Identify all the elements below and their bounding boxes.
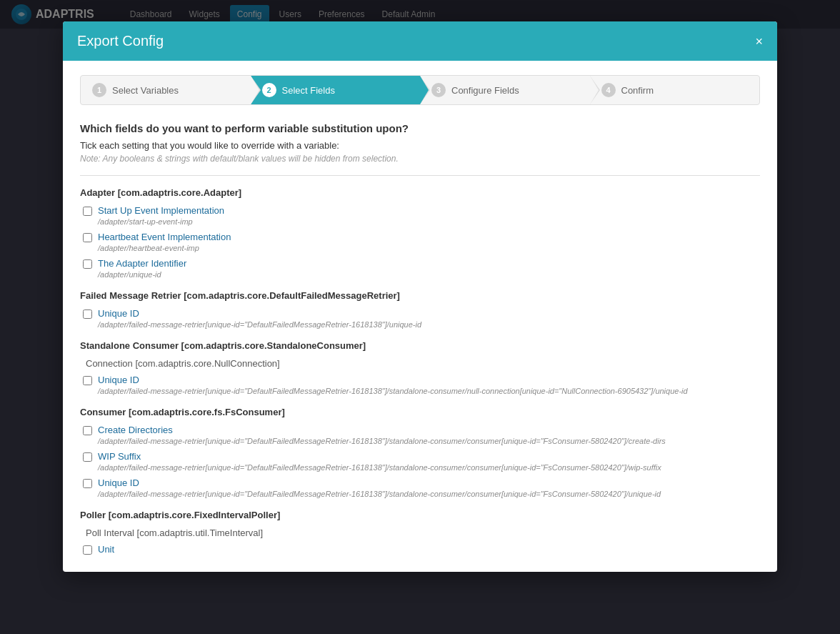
field-label-startup: Start Up Event Implementation bbox=[98, 205, 224, 216]
step-label-4: Confirm bbox=[621, 85, 654, 96]
step-num-1: 1 bbox=[92, 83, 106, 97]
step-num-3: 3 bbox=[431, 83, 446, 97]
field-path-create-dirs: /adapter/failed-message-retrier[unique-i… bbox=[98, 437, 760, 445]
field-item-startup: Start Up Event Implementation /adapter/s… bbox=[80, 205, 760, 226]
divider-1 bbox=[80, 175, 760, 176]
field-row-startup: Start Up Event Implementation bbox=[83, 205, 760, 216]
main-note: Note: Any booleans & strings with defaul… bbox=[80, 154, 760, 164]
field-path-wip-suffix: /adapter/failed-message-retrier[unique-i… bbox=[98, 463, 760, 472]
checkbox-fs-uid[interactable] bbox=[83, 479, 92, 488]
section-subheading-poll-interval: Poll Interval [com.adaptris.util.TimeInt… bbox=[86, 527, 760, 538]
field-row-null-uid: Unique ID bbox=[83, 375, 760, 385]
field-label-fs-uid: Unique ID bbox=[98, 477, 139, 488]
section-heading-fmr: Failed Message Retrier [com.adaptris.cor… bbox=[80, 290, 760, 301]
checkbox-create-dirs[interactable] bbox=[83, 426, 92, 435]
field-label-null-uid: Unique ID bbox=[98, 375, 139, 385]
field-row-wip-suffix: WIP Suffix bbox=[83, 451, 760, 462]
wizard-step-3[interactable]: 3 Configure Fields bbox=[420, 76, 590, 104]
checkbox-null-uid[interactable] bbox=[83, 376, 92, 385]
field-path-heartbeat: /adapter/heartbeat-event-imp bbox=[98, 244, 760, 252]
field-path-startup: /adapter/start-up-event-imp bbox=[98, 217, 760, 226]
field-row-adapter-id: The Adapter Identifier bbox=[83, 258, 760, 269]
export-config-modal: Export Config × 1 Select Variables 2 Sel… bbox=[63, 21, 777, 572]
field-label-wip-suffix: WIP Suffix bbox=[98, 451, 141, 462]
checkbox-unit[interactable] bbox=[83, 545, 92, 555]
section-heading-standalone: Standalone Consumer [com.adaptris.core.S… bbox=[80, 340, 760, 351]
field-path-adapter-id: /adapter/unique-id bbox=[98, 270, 760, 279]
field-item-wip-suffix: WIP Suffix /adapter/failed-message-retri… bbox=[80, 451, 760, 472]
checkbox-wip-suffix[interactable] bbox=[83, 452, 92, 462]
wizard-step-2[interactable]: 2 Select Fields bbox=[251, 76, 421, 104]
field-row-fs-uid: Unique ID bbox=[83, 477, 760, 488]
step-label-1: Select Variables bbox=[112, 85, 179, 96]
modal-body: 1 Select Variables 2 Select Fields 3 Con… bbox=[63, 61, 777, 572]
field-path-null-uid: /adapter/failed-message-retrier[unique-i… bbox=[98, 387, 760, 395]
section-heading-adapter: Adapter [com.adaptris.core.Adapter] bbox=[80, 187, 760, 198]
modal-header: Export Config × bbox=[63, 21, 777, 61]
modal-close-button[interactable]: × bbox=[755, 35, 763, 48]
field-row-heartbeat: Heartbeat Event Implementation bbox=[83, 232, 760, 242]
main-question: Which fields do you want to perform vari… bbox=[80, 122, 760, 134]
step-num-2: 2 bbox=[262, 83, 276, 97]
field-item-null-uid: Unique ID /adapter/failed-message-retrie… bbox=[80, 375, 760, 395]
checkbox-startup[interactable] bbox=[83, 207, 92, 216]
modal-title: Export Config bbox=[77, 33, 164, 49]
main-subtitle: Tick each setting that you would like to… bbox=[80, 140, 760, 151]
field-item-fs-uid: Unique ID /adapter/failed-message-retrie… bbox=[80, 477, 760, 498]
field-row-unit: Unit bbox=[83, 544, 760, 555]
checkbox-heartbeat[interactable] bbox=[83, 233, 92, 242]
step-num-4: 4 bbox=[601, 83, 616, 97]
field-item-create-dirs: Create Directories /adapter/failed-messa… bbox=[80, 425, 760, 445]
field-row-fmr-uid: Unique ID bbox=[83, 308, 760, 319]
section-subheading-connection: Connection [com.adaptris.core.NullConnec… bbox=[86, 358, 760, 369]
field-label-heartbeat: Heartbeat Event Implementation bbox=[98, 232, 231, 242]
section-heading-consumer: Consumer [com.adaptris.core.fs.FsConsume… bbox=[80, 407, 760, 417]
field-item-heartbeat: Heartbeat Event Implementation /adapter/… bbox=[80, 232, 760, 252]
checkbox-adapter-id[interactable] bbox=[83, 259, 92, 269]
section-heading-poller: Poller [com.adaptris.core.FixedIntervalP… bbox=[80, 510, 760, 520]
wizard-step-4[interactable]: 4 Confirm bbox=[590, 76, 760, 104]
field-label-create-dirs: Create Directories bbox=[98, 425, 173, 435]
step-label-3: Configure Fields bbox=[451, 85, 519, 96]
field-item-adapter-id: The Adapter Identifier /adapter/unique-i… bbox=[80, 258, 760, 279]
field-path-fs-uid: /adapter/failed-message-retrier[unique-i… bbox=[98, 490, 760, 498]
field-row-create-dirs: Create Directories bbox=[83, 425, 760, 435]
step-label-2: Select Fields bbox=[282, 85, 335, 96]
field-path-fmr-uid: /adapter/failed-message-retrier[unique-i… bbox=[98, 320, 760, 329]
field-label-fmr-uid: Unique ID bbox=[98, 308, 139, 319]
field-label-unit: Unit bbox=[98, 544, 114, 555]
checkbox-fmr-uid[interactable] bbox=[83, 309, 92, 319]
wizard-steps: 1 Select Variables 2 Select Fields 3 Con… bbox=[80, 75, 760, 105]
field-item-unit: Unit bbox=[80, 544, 760, 555]
wizard-step-1[interactable]: 1 Select Variables bbox=[81, 76, 251, 104]
field-item-fmr-uid: Unique ID /adapter/failed-message-retrie… bbox=[80, 308, 760, 329]
field-label-adapter-id: The Adapter Identifier bbox=[98, 258, 186, 269]
